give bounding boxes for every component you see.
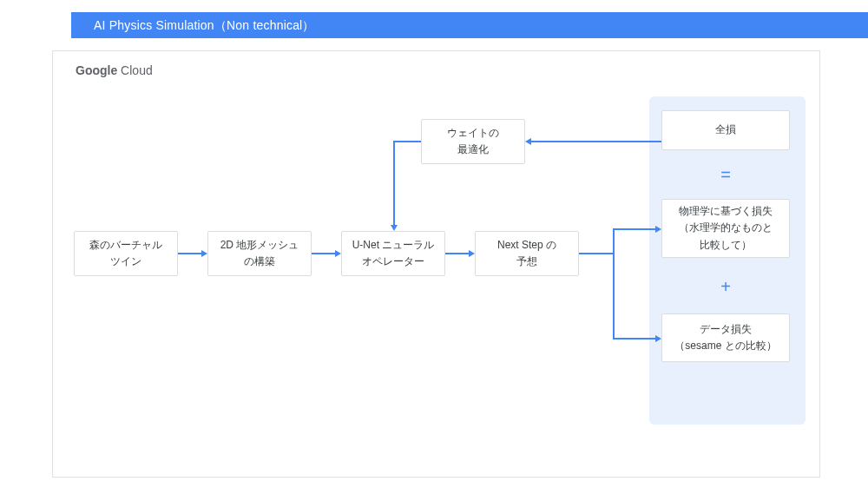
label-next-step: Next Step の予想 [497, 237, 556, 270]
arrow-unet-next [445, 253, 469, 254]
node-physics-loss: 物理学に基づく損失（水理学的なものと比較して） [661, 199, 790, 258]
arrow-to-data-h [613, 338, 655, 340]
arrowhead-total-to-weight [525, 138, 531, 145]
brand-part1: Google [76, 63, 117, 77]
brand-logo: Google Cloud [76, 63, 153, 77]
arrowhead-mesh-unet [335, 250, 341, 257]
arrowhead-unet-next [469, 250, 475, 257]
arrow-next-out-h [579, 253, 614, 254]
arrow-mesh-unet [312, 253, 335, 254]
title-bar: AI Physics Simulation（Non technical） [71, 12, 868, 38]
label-data-loss: データ損失（sesame との比較） [674, 321, 776, 354]
arrow-to-physics-h [613, 228, 655, 230]
arrowhead-to-data [655, 335, 661, 342]
label-physics-loss: 物理学に基づく損失（水理学的なものと比較して） [679, 203, 773, 254]
slide-title: AI Physics Simulation（Non technical） [94, 18, 315, 32]
op-equals: = [717, 165, 734, 185]
node-total-loss: 全損 [661, 110, 790, 150]
op-plus: + [717, 277, 734, 297]
arrowhead-twin-mesh [201, 250, 207, 257]
label-weight-opt: ウェイトの最適化 [447, 125, 499, 158]
node-data-loss: データ損失（sesame との比較） [661, 313, 790, 362]
arrowhead-to-physics [655, 226, 661, 233]
node-mesh: 2D 地形メッシュの構築 [207, 231, 312, 276]
arrow-twin-mesh [178, 253, 201, 254]
brand-part2: Cloud [117, 63, 152, 77]
node-next-step: Next Step の予想 [475, 231, 579, 276]
arrow-weight-h [393, 141, 421, 142]
label-total-loss: 全損 [715, 122, 736, 138]
node-weight-opt: ウェイトの最適化 [421, 119, 525, 164]
label-unet: U-Net ニューラルオペレーター [352, 237, 435, 270]
arrow-weight-v [393, 141, 395, 225]
arrowhead-weight-to-unet [391, 225, 398, 231]
arrow-branch-v [613, 228, 615, 339]
node-virtual-twin: 森のバーチャルツイン [74, 231, 178, 276]
label-mesh: 2D 地形メッシュの構築 [220, 237, 299, 270]
node-unet: U-Net ニューラルオペレーター [341, 231, 445, 276]
diagram-canvas: Google Cloud 森のバーチャルツイン 2D 地形メッシュの構築 U-N… [52, 50, 820, 478]
arrow-total-to-weight [531, 141, 661, 142]
label-virtual-twin: 森のバーチャルツイン [89, 237, 162, 270]
